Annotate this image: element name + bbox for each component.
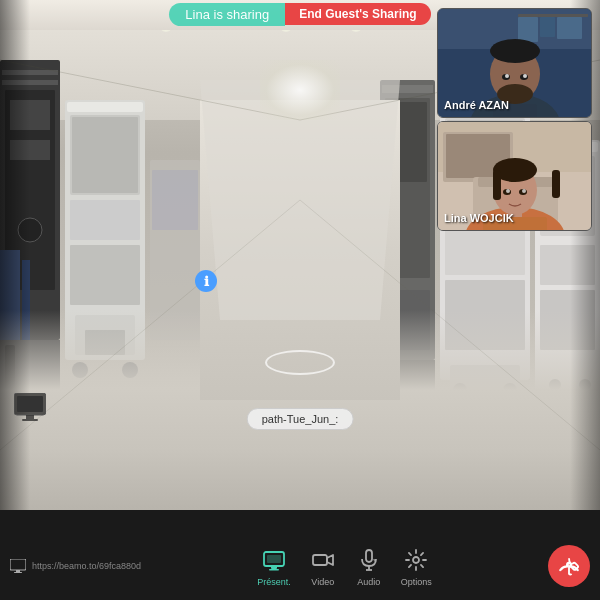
vanishing-light [260,60,340,120]
present-label: Présent. [257,577,291,587]
svg-point-63 [490,39,540,63]
svg-point-68 [505,74,509,78]
settings-icon [402,546,430,574]
svg-rect-92 [271,566,277,569]
sharing-status-label: Lina is sharing [169,3,285,26]
svg-rect-94 [313,555,327,565]
svg-rect-22 [152,170,198,230]
svg-rect-51 [17,396,43,412]
svg-point-85 [506,189,510,193]
main-panoramic-view: ℹ path-Tue_Jun_: Lina is sharing End Gue… [0,0,600,510]
svg-rect-16 [70,245,140,305]
svg-point-101 [413,557,419,563]
svg-rect-52 [26,415,34,419]
toolbar-item-audio[interactable]: Audio [355,546,383,587]
top-bar: Lina is sharing End Guest's Sharing [0,0,600,28]
end-call-button[interactable] [548,545,590,587]
svg-rect-97 [366,550,372,562]
svg-rect-89 [14,572,22,573]
floor-target-circle[interactable] [265,350,335,375]
svg-point-86 [522,189,526,193]
svg-rect-27 [445,225,525,275]
toolbar-item-video[interactable]: Video [309,546,337,587]
video-label: Video [311,577,334,587]
present-icon [260,546,288,574]
bottom-toolbar: https://beamo.to/69fca880d Présent. [0,532,600,600]
info-icon[interactable]: ℹ [195,270,217,292]
end-sharing-button[interactable]: End Guest's Sharing [285,3,431,25]
toolbar-center: Présent. Video [141,546,548,587]
screen-icon [10,559,26,573]
svg-rect-15 [70,200,140,240]
svg-rect-87 [10,559,26,570]
svg-rect-80 [493,170,501,200]
lina-video-bg: Lina WOJCIK [438,122,591,230]
url-display: https://beamo.to/69fca880d [10,559,141,573]
left-edge-shadow [0,0,30,510]
path-label: path-Tue_Jun_: [247,408,354,430]
options-label: Options [401,577,432,587]
svg-rect-12 [67,102,143,112]
svg-rect-91 [267,555,281,563]
url-text: https://beamo.to/69fca880d [32,561,141,571]
svg-rect-53 [22,419,38,421]
svg-rect-81 [552,170,560,198]
phone-icon [558,555,580,577]
svg-rect-14 [72,117,138,193]
andre-name-label: André AZAN [444,99,509,111]
video-icon [309,546,337,574]
svg-rect-93 [269,569,279,571]
svg-point-69 [523,74,527,78]
toolbar-item-options[interactable]: Options [401,546,432,587]
participant-panel-lina: Lina WOJCIK [437,121,592,231]
participant-panels: André AZAN [437,8,592,231]
svg-rect-40 [382,85,433,93]
lina-name-label: Lina WOJCIK [444,212,514,224]
toolbar-item-present[interactable]: Présent. [257,546,291,587]
svg-rect-88 [16,570,20,572]
screen-share-icon[interactable] [14,393,46,425]
mic-icon [355,546,383,574]
audio-label: Audio [357,577,380,587]
